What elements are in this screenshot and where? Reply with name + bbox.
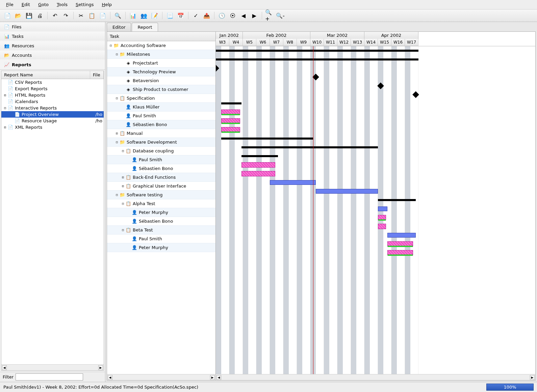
task-row[interactable]: ⊟📋Specification bbox=[107, 94, 215, 103]
tree-toggle[interactable]: ⊞ bbox=[3, 93, 7, 97]
report-row[interactable]: 📄iCalendars bbox=[1, 98, 104, 105]
zoom-in-button[interactable]: 🔍+ bbox=[265, 11, 274, 20]
task-row[interactable]: ⊟📋Beta Test bbox=[107, 226, 215, 235]
task-row[interactable]: ⊟📁Milestones bbox=[107, 50, 215, 59]
new-task-button[interactable]: 📝 bbox=[150, 11, 159, 20]
gantt-track[interactable] bbox=[216, 143, 535, 152]
undo-button[interactable]: ↶ bbox=[50, 11, 60, 20]
gantt-track[interactable] bbox=[216, 204, 535, 213]
report-row[interactable]: 📄Resource Usage/ho bbox=[1, 118, 104, 124]
task-bar[interactable] bbox=[270, 180, 316, 185]
gantt-track[interactable] bbox=[216, 55, 535, 64]
list-view-button[interactable]: 📃 bbox=[165, 11, 175, 20]
task-row[interactable]: ⊟📁Software Development bbox=[107, 138, 215, 147]
tree-toggle[interactable]: ⊟ bbox=[114, 140, 119, 144]
gantt-track[interactable] bbox=[216, 196, 535, 204]
gantt-track[interactable] bbox=[216, 81, 535, 90]
tree-toggle[interactable]: ⊟ bbox=[121, 202, 125, 205]
nav-next-button[interactable]: ▶ bbox=[250, 11, 259, 20]
task-row[interactable]: ⊞📋Back-End Functions bbox=[107, 173, 215, 182]
gantt-track[interactable] bbox=[216, 248, 535, 257]
task-row[interactable]: ◈Betaversion bbox=[107, 76, 215, 85]
milestone-diamond[interactable] bbox=[412, 91, 419, 98]
gantt-track[interactable] bbox=[216, 46, 535, 55]
summary-bar[interactable] bbox=[241, 146, 378, 148]
scroll-right-icon[interactable]: ▶ bbox=[530, 375, 535, 380]
task-row[interactable]: ⊟📁Accounting Software bbox=[107, 41, 215, 50]
summary-bar[interactable] bbox=[241, 155, 278, 157]
open-file-button[interactable]: 📂 bbox=[14, 11, 23, 20]
gantt-body[interactable] bbox=[216, 46, 535, 374]
tree-toggle[interactable]: ⊟ bbox=[108, 44, 113, 47]
gantt-track[interactable] bbox=[216, 213, 535, 222]
report-row[interactable]: 📄CSV Reports bbox=[1, 79, 104, 85]
task-bar[interactable] bbox=[378, 206, 387, 211]
task-row[interactable]: ⊞📋Manual bbox=[107, 129, 215, 138]
gantt-track[interactable] bbox=[216, 222, 535, 231]
summary-bar[interactable] bbox=[216, 58, 418, 60]
scroll-left-icon[interactable]: ◀ bbox=[216, 375, 221, 380]
menu-goto[interactable]: Goto bbox=[34, 1, 53, 8]
menu-file[interactable]: File bbox=[2, 1, 18, 8]
tab-report[interactable]: Report bbox=[132, 23, 158, 31]
resource-bar[interactable] bbox=[378, 224, 386, 229]
gantt-track[interactable] bbox=[216, 99, 535, 108]
menu-settings[interactable]: Settings bbox=[72, 1, 98, 8]
goto-today-button[interactable]: 🕓 bbox=[217, 11, 227, 20]
task-row[interactable]: 👤Paul Smith bbox=[107, 155, 215, 164]
copy-button[interactable]: 📋 bbox=[87, 11, 97, 20]
tree-toggle[interactable]: ⊟ bbox=[114, 52, 119, 56]
report-row[interactable]: ⊟📄Interactive Reports bbox=[1, 105, 104, 111]
nav-first-button[interactable]: ⦿ bbox=[228, 11, 237, 20]
gantt-track[interactable] bbox=[216, 64, 535, 73]
scroll-right-icon[interactable]: ▶ bbox=[98, 365, 103, 370]
task-row[interactable]: 👤Sébastien Bono bbox=[107, 120, 215, 129]
report-row[interactable]: 📄Project Overview/ho bbox=[1, 111, 104, 118]
summary-bar[interactable] bbox=[216, 50, 418, 52]
resource-bar[interactable] bbox=[241, 162, 275, 168]
task-row[interactable]: ◈Ship Product to customer bbox=[107, 85, 215, 94]
sidebar-item-accounts[interactable]: 📂Accounts bbox=[0, 50, 105, 60]
task-row[interactable]: ⊟📁Software testing bbox=[107, 191, 215, 199]
export-button[interactable]: 📤 bbox=[202, 11, 211, 20]
task-row[interactable]: 👤Klaus Müller bbox=[107, 103, 215, 112]
task-row[interactable]: 👤Peter Murphy bbox=[107, 208, 215, 217]
report-row[interactable]: 📄Export Reports bbox=[1, 85, 104, 92]
milestone-diamond[interactable] bbox=[377, 82, 384, 89]
task-hscroll[interactable]: ◀ ▶ bbox=[107, 374, 215, 380]
task-header[interactable]: Task bbox=[107, 32, 215, 41]
menu-tools[interactable]: Tools bbox=[53, 1, 72, 8]
tasks-button[interactable]: 📊 bbox=[128, 11, 138, 20]
report-row[interactable]: ⊞📄HTML Reports bbox=[1, 92, 104, 98]
report-tree[interactable]: 📄CSV Reports📄Export Reports⊞📄HTML Report… bbox=[1, 79, 104, 364]
gantt-view-button[interactable]: 📅 bbox=[176, 11, 185, 20]
tree-toggle[interactable]: ⊟ bbox=[3, 106, 7, 110]
task-row[interactable]: 👤Sébastien Bono bbox=[107, 164, 215, 173]
scroll-left-icon[interactable]: ◀ bbox=[2, 365, 7, 370]
summary-bar[interactable] bbox=[221, 138, 313, 140]
nav-prev-button[interactable]: ◀ bbox=[239, 11, 248, 20]
resource-bar[interactable] bbox=[221, 118, 240, 124]
scroll-left-icon[interactable]: ◀ bbox=[108, 375, 112, 380]
resource-bar[interactable] bbox=[387, 250, 413, 255]
gantt-track[interactable] bbox=[216, 108, 535, 117]
resource-bar[interactable] bbox=[387, 241, 413, 247]
tree-toggle[interactable]: ⊞ bbox=[114, 131, 119, 135]
task-row[interactable]: ⊞📋Graphical User Interface bbox=[107, 182, 215, 191]
resource-bar[interactable] bbox=[221, 109, 240, 115]
task-bar[interactable] bbox=[387, 233, 416, 238]
redo-button[interactable]: ↷ bbox=[61, 11, 71, 20]
resources-button[interactable]: 👥 bbox=[139, 11, 149, 20]
gantt-track[interactable] bbox=[216, 240, 535, 248]
tree-toggle[interactable]: ⊞ bbox=[3, 125, 7, 129]
task-row[interactable]: ◈Technology Preview bbox=[107, 68, 215, 76]
tree-toggle[interactable]: ⊟ bbox=[114, 96, 119, 100]
report-row[interactable]: ⊞📄XML Reports bbox=[1, 124, 104, 130]
task-row[interactable]: ⊟📋Alpha Test bbox=[107, 199, 215, 208]
task-row[interactable]: 👤Paul Smith bbox=[107, 235, 215, 243]
gantt-track[interactable] bbox=[216, 125, 535, 134]
task-row[interactable]: 👤Paul Smith bbox=[107, 112, 215, 120]
report-col-file[interactable]: File bbox=[90, 71, 104, 79]
gantt-track[interactable] bbox=[216, 231, 535, 240]
milestone-diamond[interactable] bbox=[216, 65, 219, 72]
